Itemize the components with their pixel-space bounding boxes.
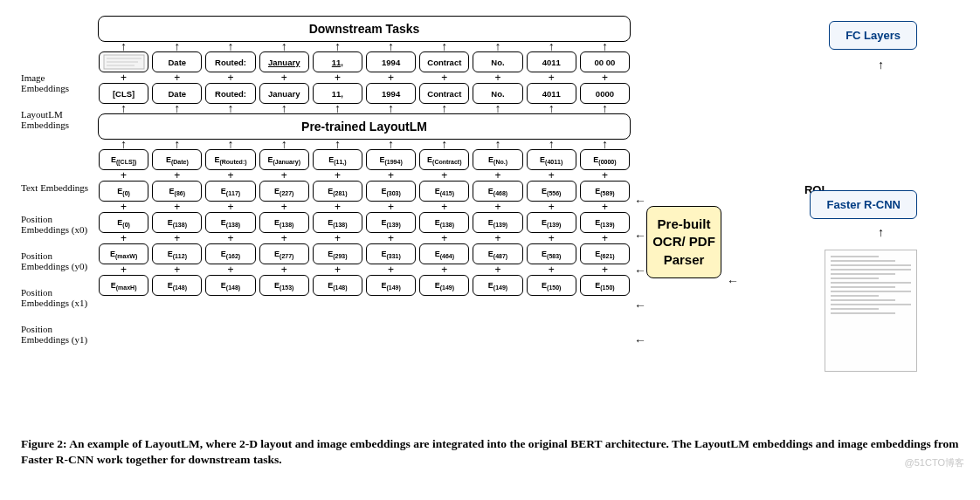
arrow-ocr-left-4: ← <box>634 298 646 312</box>
cell-y0-4: E(138) <box>313 212 362 233</box>
cell-y1-7: E(149) <box>473 275 522 296</box>
cell-y0-8: E(139) <box>527 212 576 233</box>
plus-1 <box>98 72 631 83</box>
cell-te-9: E(0000) <box>580 149 630 170</box>
document-thumbnail <box>825 250 917 372</box>
cell-te-2: E(Routed:) <box>205 149 255 170</box>
cell-y1-5: E(149) <box>366 275 416 296</box>
fc-layers-box: FC Layers <box>829 21 917 50</box>
cell-y1-3: E(153) <box>259 275 309 296</box>
arrow-ocr-left-3: ← <box>634 264 646 277</box>
cell-te-5: E(1994) <box>366 149 416 170</box>
grid: Downstream Tasks Date Routed: January 11… <box>98 16 631 296</box>
cell-x0-7: E(468) <box>473 181 522 202</box>
cell-x0-2: E(117) <box>205 181 255 202</box>
cell-image-6: Contract <box>419 51 469 72</box>
row-labels: Image Embeddings LayoutLM Embeddings Tex… <box>21 16 91 353</box>
cell-x1-9: E(621) <box>580 243 630 264</box>
cell-te-3: E(January) <box>259 149 309 170</box>
arrow-ocr-left-2: ← <box>634 229 646 243</box>
row-text: E([CLS]) E(Date) E(Routed:) E(January) E… <box>98 149 631 170</box>
label-px1: Position Embeddings (x1) <box>21 279 91 316</box>
cell-x1-5: E(331) <box>366 243 416 264</box>
cell-image-8: 4011 <box>527 51 576 72</box>
arrows-up-3 <box>98 140 631 149</box>
left-zone: Image Embeddings LayoutLM Embeddings Tex… <box>21 16 631 353</box>
cell-image-0 <box>99 51 148 72</box>
arrows-up-1 <box>98 42 631 51</box>
cell-x1-8: E(583) <box>527 243 576 264</box>
plus-te <box>98 170 631 181</box>
row-y1: E(maxH)E(148)E(148)E(153)E(148)E(149)E(1… <box>98 275 631 296</box>
plus-x1 <box>98 264 631 275</box>
cell-x0-4: E(281) <box>313 181 362 202</box>
label-text: Text Embeddings <box>21 169 91 206</box>
cell-y0-2: E(138) <box>205 212 255 233</box>
cell-x0-5: E(303) <box>366 181 416 202</box>
cell-y1-6: E(149) <box>419 275 469 296</box>
label-image: Image Embeddings <box>21 65 91 101</box>
cell-x0-8: E(556) <box>527 181 576 202</box>
cell-x0-9: E(589) <box>580 181 630 202</box>
cell-y0-0: E(0) <box>99 212 148 233</box>
label-py0: Position Embeddings (y0) <box>21 243 91 279</box>
cell-image-1: Date <box>152 51 202 72</box>
cell-y0-3: E(138) <box>259 212 309 233</box>
cell-te-4: E(11,) <box>313 149 362 170</box>
cell-y1-8: E(150) <box>527 275 576 296</box>
cell-x1-0: E(maxW) <box>99 243 148 264</box>
right-zone: FC Layers ↑ ROI → Faster R-CNN ↑ Pre-bui… <box>646 16 917 426</box>
figure-caption: Figure 2: An example of LayoutLM, where … <box>21 436 959 468</box>
arrow-ocr-left-1: ← <box>634 194 646 208</box>
cell-x1-6: E(464) <box>419 243 469 264</box>
arrow-rcnn-up: ↑ <box>878 225 884 239</box>
cell-image-5: 1994 <box>366 51 416 72</box>
watermark: @51CTO博客 <box>905 456 964 469</box>
label-layoutlm: LayoutLM Embeddings <box>21 101 91 138</box>
plus-x0 <box>98 202 631 212</box>
cell-x1-3: E(277) <box>259 243 309 264</box>
cell-x1-7: E(487) <box>473 243 522 264</box>
cell-x0-0: E(0) <box>99 181 148 202</box>
arrow-fc-up: ↑ <box>878 58 884 72</box>
cell-image-2: Routed: <box>205 51 255 72</box>
arrows-up-2 <box>98 104 631 113</box>
cell-x0-6: E(415) <box>419 181 469 202</box>
cell-x1-4: E(293) <box>313 243 362 264</box>
figure: Image Embeddings LayoutLM Embeddings Tex… <box>21 16 959 426</box>
faster-rcnn-box: Faster R-CNN <box>810 190 917 219</box>
cell-y1-0: E(maxH) <box>99 275 148 296</box>
cell-y0-7: E(139) <box>473 212 522 233</box>
cell-image-9: 00 00 <box>580 51 630 72</box>
label-py1: Position Embeddings (y1) <box>21 316 91 353</box>
cell-x1-2: E(162) <box>205 243 255 264</box>
cell-te-7: E(No.) <box>473 149 522 170</box>
cell-y1-2: E(148) <box>205 275 255 296</box>
downstream-tasks-box: Downstream Tasks <box>98 16 631 42</box>
cell-te-0: E([CLS]) <box>99 149 148 170</box>
cell-image-3: January <box>259 51 309 72</box>
cell-te-1: E(Date) <box>152 149 202 170</box>
label-px0: Position Embeddings (x0) <box>21 206 91 243</box>
cell-y0-1: E(138) <box>152 212 202 233</box>
cell-y0-6: E(138) <box>419 212 469 233</box>
ocr-pdf-parser-box: Pre-built OCR/ PDF Parser <box>646 206 721 278</box>
row-x0: E(0)E(86)E(117)E(227)E(281)E(303)E(415)E… <box>98 181 631 202</box>
cell-y0-5: E(139) <box>366 212 416 233</box>
cell-te-8: E(4011) <box>527 149 576 170</box>
row-y0: E(0)E(138)E(138)E(138)E(138)E(139)E(138)… <box>98 212 631 233</box>
cell-x1-1: E(112) <box>152 243 202 264</box>
arrow-ocr-left-5: ← <box>634 333 646 347</box>
row-image: Date Routed: January 11, 1994 Contract N… <box>98 51 631 72</box>
row-x1: E(maxW)E(112)E(162)E(277)E(293)E(331)E(4… <box>98 243 631 264</box>
plus-y0 <box>98 233 631 243</box>
arrow-doc-to-ocr: ← <box>727 274 739 288</box>
cell-image-7: No. <box>473 51 522 72</box>
cell-y1-4: E(148) <box>313 275 362 296</box>
cell-y1-1: E(148) <box>152 275 202 296</box>
cell-te-6: E(Contract) <box>419 149 469 170</box>
pretrained-layoutlm-box: Pre-trained LayoutLM <box>98 113 631 140</box>
cell-x0-3: E(227) <box>259 181 309 202</box>
cell-y1-9: E(150) <box>580 275 630 296</box>
cell-image-4: 11, <box>313 51 362 72</box>
